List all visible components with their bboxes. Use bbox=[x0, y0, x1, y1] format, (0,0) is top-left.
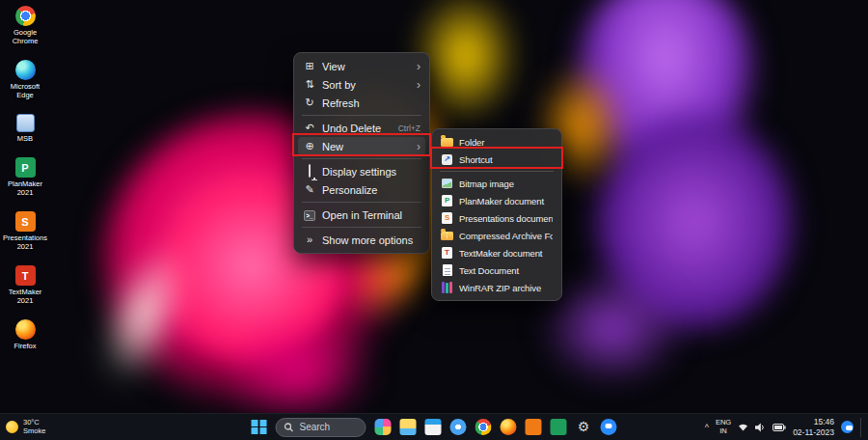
menu-item-label: New bbox=[322, 141, 411, 152]
menu-item-label: Undo Delete bbox=[322, 123, 393, 134]
personalize-icon: ✎ bbox=[303, 184, 316, 195]
submenu-item-compressed-archive-folder[interactable]: Compressed Archive Folder bbox=[436, 227, 557, 244]
desktop-icon-msb[interactable]: MSB bbox=[0, 114, 50, 143]
settings-gear-icon[interactable] bbox=[576, 419, 592, 435]
menu-item-sort-by[interactable]: ⇅ Sort by bbox=[298, 75, 425, 94]
menu-item-show-more-options[interactable]: » Show more options bbox=[298, 231, 425, 249]
weather-widget[interactable]: 30°C Smoke bbox=[6, 419, 45, 435]
submenu-item-label: Folder bbox=[459, 137, 553, 148]
tray-overflow-chevron-icon[interactable]: ^ bbox=[705, 423, 709, 432]
folder-icon bbox=[441, 138, 453, 147]
submenu-item-planmaker-document[interactable]: P PlanMaker document bbox=[436, 192, 557, 209]
menu-item-label: Display settings bbox=[322, 166, 420, 178]
text-document-icon bbox=[441, 264, 453, 276]
submenu-item-label: Shortcut bbox=[459, 154, 553, 165]
submenu-item-text-document[interactable]: Text Document bbox=[436, 261, 557, 279]
menu-item-label: View bbox=[322, 61, 411, 72]
context-menu: ⊞ View ⇅ Sort by ↻ Refresh ↶ Undo Delete… bbox=[293, 52, 430, 254]
desktop-icon-label: Google Chrome bbox=[2, 28, 48, 45]
desktop-icon-presentations[interactable]: S Presentations 2021 bbox=[0, 211, 50, 251]
firefox-taskbar-icon[interactable] bbox=[501, 419, 517, 435]
weather-condition: Smoke bbox=[23, 427, 45, 435]
chevron-right-icon bbox=[417, 79, 420, 91]
submenu-item-label: Presentations document bbox=[459, 213, 553, 224]
chat-icon[interactable] bbox=[601, 419, 617, 435]
weather-icon bbox=[6, 421, 18, 433]
search-box[interactable]: Search bbox=[276, 418, 366, 437]
desktop-icon-label: Microsoft Edge bbox=[2, 82, 48, 99]
widgets-icon[interactable] bbox=[375, 419, 392, 435]
menu-item-label: Personalize bbox=[322, 184, 420, 196]
battery-icon[interactable] bbox=[773, 424, 786, 431]
menu-item-open-in-terminal[interactable]: >_ Open in Terminal bbox=[298, 206, 425, 224]
textmaker-document-icon: T bbox=[441, 247, 453, 259]
taskbar-center: Search bbox=[252, 418, 617, 437]
start-button[interactable] bbox=[252, 420, 267, 435]
menu-item-view[interactable]: ⊞ View bbox=[298, 57, 425, 75]
chrome-icon bbox=[15, 6, 36, 26]
menu-item-label: Refresh bbox=[322, 97, 420, 109]
menu-item-label: Open in Terminal bbox=[322, 209, 420, 221]
menu-divider bbox=[440, 171, 554, 172]
desktop-icon-textmaker[interactable]: T TextMaker 2021 bbox=[0, 265, 50, 305]
sort-icon: ⇅ bbox=[303, 79, 316, 90]
search-label: Search bbox=[300, 422, 331, 432]
menu-item-personalize[interactable]: ✎ Personalize bbox=[298, 180, 425, 199]
new-icon: ⊕ bbox=[303, 141, 316, 151]
submenu-item-label: PlanMaker document bbox=[459, 196, 553, 206]
submenu-item-label: WinRAR ZIP archive bbox=[459, 283, 553, 293]
menu-divider bbox=[302, 202, 421, 203]
firefox-icon bbox=[15, 319, 36, 340]
network-icon[interactable] bbox=[738, 423, 748, 431]
menu-divider bbox=[302, 115, 421, 116]
show-desktop-button[interactable] bbox=[860, 418, 863, 437]
menu-item-new[interactable]: ⊕ New bbox=[298, 137, 425, 155]
desktop-icon-planmaker[interactable]: P PlanMaker 2021 bbox=[0, 157, 50, 197]
presentations-document-icon: S bbox=[441, 212, 453, 224]
new-submenu: Folder ↗ Shortcut Bitmap image P PlanMak… bbox=[431, 128, 562, 301]
file-explorer-icon[interactable] bbox=[400, 419, 417, 435]
desktop-icon-label: Firefox bbox=[14, 342, 37, 350]
menu-item-undo-delete[interactable]: ↶ Undo Delete Ctrl+Z bbox=[298, 119, 425, 137]
presentations-taskbar-icon[interactable] bbox=[526, 419, 542, 435]
submenu-item-label: Text Document bbox=[459, 265, 553, 276]
submenu-item-label: Compressed Archive Folder bbox=[459, 231, 553, 241]
more-options-icon: » bbox=[303, 234, 316, 245]
planmaker-taskbar-icon[interactable] bbox=[551, 419, 567, 435]
submenu-item-textmaker-document[interactable]: T TextMaker document bbox=[436, 244, 557, 261]
submenu-item-bitmap-image[interactable]: Bitmap image bbox=[436, 175, 557, 192]
language-indicator[interactable]: ENG IN bbox=[716, 419, 731, 435]
submenu-item-shortcut[interactable]: ↗ Shortcut bbox=[436, 151, 557, 168]
chrome-taskbar-icon[interactable] bbox=[475, 419, 492, 435]
tray-time: 15:46 bbox=[814, 417, 834, 426]
submenu-item-winrar-zip-archive[interactable]: WinRAR ZIP archive bbox=[436, 279, 557, 296]
notification-icon[interactable] bbox=[841, 421, 854, 433]
wallpaper-shape bbox=[222, 318, 376, 425]
desktop-icon-firefox[interactable]: Firefox bbox=[0, 319, 50, 350]
edge-icon bbox=[15, 60, 36, 80]
keyboard-shortcut: Ctrl+Z bbox=[398, 124, 420, 133]
store-icon[interactable] bbox=[425, 419, 442, 435]
compressed-archive-icon bbox=[441, 232, 453, 240]
menu-item-display-settings[interactable]: Display settings bbox=[298, 162, 425, 180]
photos-icon[interactable] bbox=[450, 419, 467, 435]
clock[interactable]: 15:46 02-11-2023 bbox=[793, 417, 834, 436]
tray-date: 02-11-2023 bbox=[793, 427, 834, 437]
winrar-icon bbox=[441, 282, 453, 293]
shortcut-icon: ↗ bbox=[441, 154, 453, 165]
volume-icon[interactable] bbox=[755, 423, 766, 432]
submenu-item-presentations-document[interactable]: S Presentations document bbox=[436, 209, 557, 227]
menu-item-refresh[interactable]: ↻ Refresh bbox=[298, 94, 425, 112]
refresh-icon: ↻ bbox=[303, 97, 316, 108]
submenu-item-folder[interactable]: Folder bbox=[436, 133, 557, 151]
desktop-icons: Google Chrome Microsoft Edge MSB P PlanM… bbox=[0, 6, 50, 350]
planmaker-icon: P bbox=[15, 157, 36, 178]
desktop-icon-google-chrome[interactable]: Google Chrome bbox=[0, 6, 50, 45]
presentations-icon: S bbox=[15, 211, 36, 232]
desktop-icon-microsoft-edge[interactable]: Microsoft Edge bbox=[0, 60, 50, 99]
taskbar: 30°C Smoke Search ^ ENG IN bbox=[0, 413, 868, 440]
undo-icon: ↶ bbox=[303, 123, 316, 133]
chevron-right-icon bbox=[417, 61, 420, 72]
system-tray: ^ ENG IN 15:46 02-11-2023 bbox=[705, 417, 863, 436]
menu-item-label: Sort by bbox=[322, 79, 411, 91]
